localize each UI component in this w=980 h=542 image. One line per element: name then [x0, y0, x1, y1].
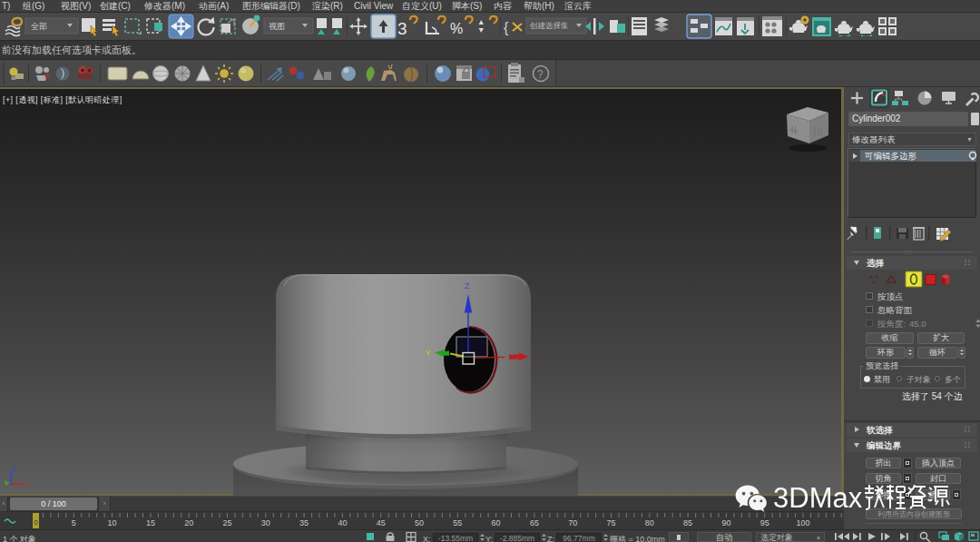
svg-text:65: 65	[530, 518, 539, 527]
svg-text:40: 40	[338, 518, 347, 527]
svg-text:{: {	[504, 20, 509, 35]
svg-text:x: x	[24, 480, 28, 488]
svg-text:20: 20	[184, 518, 193, 527]
svg-text:15: 15	[146, 518, 155, 527]
svg-text:%: %	[450, 21, 463, 36]
svg-text:创建选择集: 创建选择集	[529, 21, 569, 30]
svg-text:?: ?	[537, 68, 544, 81]
svg-text:35: 35	[299, 518, 309, 527]
svg-text:z: z	[13, 465, 16, 473]
svg-text:10: 10	[108, 518, 117, 527]
svg-text:60: 60	[492, 518, 501, 527]
svg-text:X: X	[532, 354, 537, 362]
svg-text:0: 0	[34, 518, 38, 527]
svg-text:25: 25	[222, 518, 231, 527]
svg-text:Y: Y	[426, 349, 431, 358]
svg-text:3DMax: 3DMax	[773, 482, 863, 514]
svg-text:全部: 全部	[31, 22, 47, 31]
svg-text:45: 45	[377, 518, 386, 527]
svg-text:80: 80	[645, 518, 654, 527]
svg-text:75: 75	[606, 518, 615, 527]
svg-text:3: 3	[397, 19, 407, 38]
svg-text:55: 55	[453, 518, 462, 527]
svg-text:视图: 视图	[269, 22, 285, 31]
svg-text:50: 50	[415, 518, 424, 527]
svg-text:85: 85	[683, 518, 692, 527]
svg-text:5: 5	[72, 518, 76, 527]
svg-text:70: 70	[568, 518, 577, 527]
svg-text:30: 30	[261, 518, 270, 527]
svg-text:Z: Z	[465, 281, 470, 291]
